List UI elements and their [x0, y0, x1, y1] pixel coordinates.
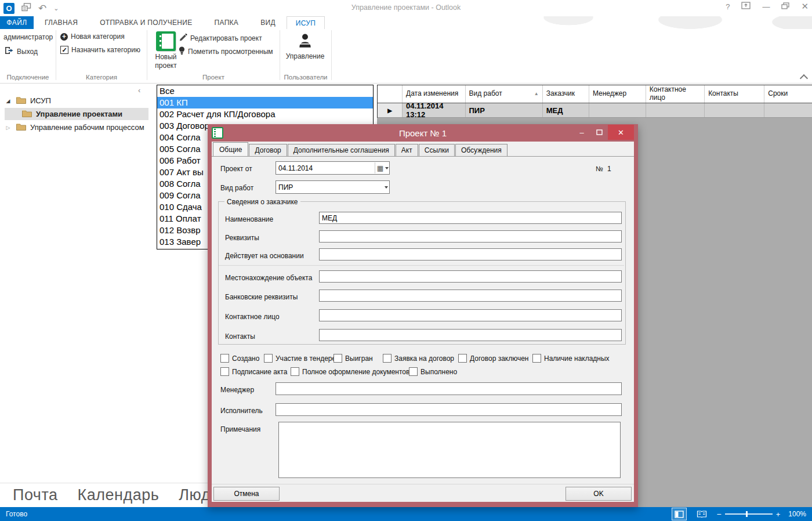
ok-button[interactable]: OK	[566, 487, 632, 501]
column-header[interactable]: Контактное лицо	[646, 85, 705, 103]
zoom-in-icon[interactable]: +	[776, 510, 781, 519]
minimize-icon[interactable]: —	[762, 2, 770, 11]
sidebar-item-workflow-management[interactable]: ▷ Управление рабочим процессом	[5, 121, 144, 133]
project-from-field[interactable]: ▦	[276, 161, 390, 175]
send-receive-icon[interactable]	[21, 3, 31, 14]
sidebar-collapse-icon[interactable]: ‹	[138, 86, 140, 95]
dialog-maximize-icon[interactable]	[590, 125, 608, 140]
status-bar: Готово − + 100%	[0, 507, 812, 521]
tree-collapsed-icon[interactable]: ▷	[5, 125, 12, 131]
ribbon-tab-row: ФАЙЛ ГЛАВНАЯ ОТПРАВКА И ПОЛУЧЕНИЕ ПАПКА …	[0, 16, 812, 29]
column-header[interactable]: Дата изменения	[403, 85, 465, 103]
undo-icon[interactable]: ↶	[38, 3, 46, 13]
checkbox-icon[interactable]	[291, 367, 299, 376]
checkbox-icon[interactable]	[409, 367, 418, 376]
nav-mail[interactable]: Почта	[13, 486, 57, 504]
tab-view[interactable]: ВИД	[249, 16, 287, 29]
column-header[interactable]: Контакты	[705, 85, 764, 103]
checkbox-icon[interactable]	[458, 354, 467, 363]
restore-icon[interactable]	[781, 2, 789, 11]
tab-folder[interactable]: ПАПКА	[204, 16, 250, 29]
tree-expanded-icon[interactable]: ◢	[5, 98, 12, 104]
normal-view-icon[interactable]	[672, 508, 687, 520]
checkbox-icon[interactable]	[383, 354, 392, 363]
dialog-close-icon[interactable]: ✕	[608, 125, 634, 140]
assign-category-button[interactable]: ✓ Назначить категорию	[60, 46, 140, 54]
checkbox-completed[interactable]: Выполнено	[409, 367, 457, 376]
bank-requisites-input[interactable]	[319, 290, 622, 302]
checkbox-icon[interactable]	[532, 354, 541, 363]
sidebar-item-isup[interactable]: ◢ ИСУП	[5, 95, 51, 107]
tab-send-receive[interactable]: ОТПРАВКА И ПОЛУЧЕНИЕ	[89, 16, 203, 29]
zoom-level[interactable]: 100%	[788, 510, 806, 518]
new-category-button[interactable]: + Новая категория	[60, 32, 125, 41]
new-project-button[interactable]: Новый проект	[150, 31, 182, 70]
cancel-button[interactable]: Отмена	[213, 487, 280, 501]
work-type-select[interactable]: ПИР	[276, 180, 390, 194]
column-header-sorted[interactable]: Вид работ ▲	[466, 85, 543, 103]
cell-work-type: ПИР	[466, 103, 543, 117]
executor-input[interactable]	[276, 403, 622, 416]
close-icon[interactable]: ✕	[801, 1, 809, 12]
grid-row[interactable]: ▶ 04.11.2014 13:12 ПИР МЕД	[378, 103, 812, 118]
checkbox-won[interactable]: Выигран	[334, 354, 373, 363]
manage-users-button[interactable]: Управление	[284, 32, 326, 61]
outlook-app-icon[interactable]: O	[3, 3, 14, 14]
customer-name-input[interactable]	[319, 212, 622, 224]
dialog-tab-general[interactable]: Общие	[213, 142, 248, 157]
checkbox-contract-request[interactable]: Заявка на договор	[383, 354, 454, 363]
basis-input[interactable]	[319, 248, 622, 260]
checkbox-icon[interactable]	[264, 354, 273, 363]
checkbox-check-icon: ✓	[60, 46, 68, 54]
ribbon-display-options-icon[interactable]	[741, 2, 751, 11]
zoom-slider-track[interactable]	[725, 513, 773, 515]
reading-view-icon[interactable]	[695, 508, 709, 520]
requisites-input[interactable]	[319, 230, 622, 243]
list-item[interactable]: Все	[157, 85, 373, 97]
list-item[interactable]: 002 Расчет для КП/Договора	[157, 108, 373, 120]
nav-calendar[interactable]: Календарь	[77, 486, 159, 504]
project-from-input[interactable]	[276, 161, 390, 175]
customize-quick-access-icon[interactable]: ⌄	[53, 5, 59, 12]
checkbox-icon[interactable]	[334, 354, 342, 363]
column-header[interactable]: Заказчик	[543, 85, 589, 103]
zoom-slider[interactable]: − +	[717, 509, 781, 519]
sidebar-item-project-management[interactable]: Управление проектами	[5, 108, 148, 120]
contacts-input[interactable]	[319, 329, 622, 341]
zoom-out-icon[interactable]: −	[717, 509, 722, 519]
dialog-tab-contract[interactable]: Договор	[249, 144, 287, 156]
dialog-tab-additional-agreements[interactable]: Дополнительные соглашения	[288, 144, 395, 156]
list-item-selected[interactable]: 001 КП	[157, 97, 373, 108]
edit-project-button[interactable]: Редактировать проект	[179, 33, 262, 44]
dialog-titlebar[interactable]: Проект № 1 – ✕	[208, 124, 638, 142]
checkbox-invoices-present[interactable]: Наличие накладных	[532, 354, 610, 363]
zoom-slider-thumb[interactable]	[746, 511, 748, 517]
checkbox-icon[interactable]	[220, 354, 229, 363]
manager-input[interactable]	[276, 382, 622, 395]
dialog-tab-act[interactable]: Акт	[396, 144, 418, 156]
notes-textarea[interactable]	[278, 422, 621, 478]
checkbox-created[interactable]: Создано	[220, 354, 259, 363]
tab-home[interactable]: ГЛАВНАЯ	[34, 16, 89, 29]
checkbox-icon[interactable]	[220, 367, 229, 376]
ribbon-collapse-icon[interactable]	[800, 74, 808, 82]
contact-person-input[interactable]	[319, 309, 622, 321]
checkbox-act-signing[interactable]: Подписание акта	[220, 367, 287, 376]
dialog-tab-discussions[interactable]: Обсуждения	[455, 144, 507, 156]
checkbox-full-paperwork[interactable]: Полное оформление документов	[291, 367, 409, 376]
checkbox-tender-participation[interactable]: Участие в тендере	[264, 354, 336, 363]
project-number-value: 1	[607, 165, 611, 173]
column-header[interactable]: Сроки	[764, 85, 812, 103]
dropdown-arrow-icon[interactable]	[385, 167, 389, 169]
mark-viewed-button[interactable]: Пометить просмотренным	[179, 46, 273, 57]
checkbox-contract-signed[interactable]: Договор заключен	[458, 354, 529, 363]
dialog-tab-links[interactable]: Ссылки	[419, 144, 455, 156]
tab-file[interactable]: ФАЙЛ	[0, 16, 34, 29]
help-icon[interactable]: ?	[726, 2, 730, 11]
location-input[interactable]	[319, 270, 622, 283]
work-type-label: Вид работ	[220, 184, 253, 192]
logout-button[interactable]: Выход	[5, 46, 38, 56]
column-header[interactable]: Менеджер	[589, 85, 646, 103]
dialog-minimize-icon[interactable]: –	[573, 125, 590, 140]
tab-isup[interactable]: ИСУП	[287, 16, 325, 30]
